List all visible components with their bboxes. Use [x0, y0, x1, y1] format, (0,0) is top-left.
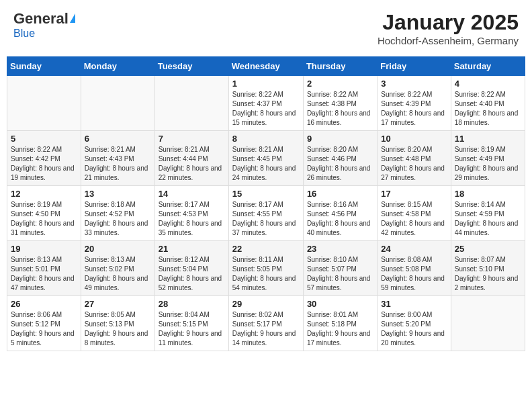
day-info: Sunrise: 8:17 AM Sunset: 4:55 PM Dayligh… — [232, 200, 300, 238]
logo: General Blue — [13, 10, 75, 40]
calendar-cell: 5Sunrise: 8:22 AM Sunset: 4:42 PM Daylig… — [7, 131, 81, 186]
calendar-week-1: 1Sunrise: 8:22 AM Sunset: 4:37 PM Daylig… — [7, 76, 525, 131]
calendar-cell: 2Sunrise: 8:22 AM Sunset: 4:38 PM Daylig… — [303, 76, 377, 131]
day-number: 26 — [11, 299, 77, 309]
weekday-header-friday: Friday — [378, 57, 451, 76]
calendar-cell: 8Sunrise: 8:21 AM Sunset: 4:45 PM Daylig… — [228, 131, 303, 186]
day-info: Sunrise: 8:02 AM Sunset: 5:17 PM Dayligh… — [232, 310, 300, 348]
day-info: Sunrise: 8:10 AM Sunset: 5:07 PM Dayligh… — [307, 255, 373, 293]
calendar-cell — [7, 76, 81, 131]
page-header: General Blue January 2025 Hochdorf-Assen… — [7, 7, 525, 50]
calendar-cell — [81, 76, 154, 131]
day-info: Sunrise: 8:01 AM Sunset: 5:18 PM Dayligh… — [307, 310, 373, 348]
day-number: 27 — [85, 299, 151, 309]
calendar-header-row: SundayMondayTuesdayWednesdayThursdayFrid… — [7, 57, 525, 76]
day-number: 12 — [11, 189, 77, 199]
day-info: Sunrise: 8:14 AM Sunset: 4:59 PM Dayligh… — [455, 200, 521, 238]
day-info: Sunrise: 8:22 AM Sunset: 4:40 PM Dayligh… — [455, 90, 521, 128]
calendar-cell: 21Sunrise: 8:12 AM Sunset: 5:04 PM Dayli… — [154, 241, 228, 296]
calendar-cell: 11Sunrise: 8:19 AM Sunset: 4:49 PM Dayli… — [451, 131, 525, 186]
calendar-cell: 24Sunrise: 8:08 AM Sunset: 5:08 PM Dayli… — [378, 241, 451, 296]
calendar-cell: 18Sunrise: 8:14 AM Sunset: 4:59 PM Dayli… — [451, 186, 525, 241]
calendar-cell: 10Sunrise: 8:20 AM Sunset: 4:48 PM Dayli… — [378, 131, 451, 186]
weekday-header-thursday: Thursday — [303, 57, 377, 76]
calendar-cell: 9Sunrise: 8:20 AM Sunset: 4:46 PM Daylig… — [303, 131, 377, 186]
day-number: 1 — [232, 79, 300, 89]
calendar-cell: 22Sunrise: 8:11 AM Sunset: 5:05 PM Dayli… — [228, 241, 303, 296]
day-number: 30 — [307, 299, 373, 309]
day-info: Sunrise: 8:22 AM Sunset: 4:39 PM Dayligh… — [381, 90, 447, 128]
calendar-cell: 26Sunrise: 8:06 AM Sunset: 5:12 PM Dayli… — [7, 296, 81, 351]
calendar-cell: 23Sunrise: 8:10 AM Sunset: 5:07 PM Dayli… — [303, 241, 377, 296]
day-info: Sunrise: 8:19 AM Sunset: 4:49 PM Dayligh… — [455, 145, 521, 183]
calendar-cell: 14Sunrise: 8:17 AM Sunset: 4:53 PM Dayli… — [154, 186, 228, 241]
day-info: Sunrise: 8:08 AM Sunset: 5:08 PM Dayligh… — [381, 255, 447, 293]
day-number: 13 — [85, 189, 151, 199]
day-info: Sunrise: 8:22 AM Sunset: 4:37 PM Dayligh… — [232, 90, 300, 128]
day-number: 16 — [307, 189, 373, 199]
day-info: Sunrise: 8:05 AM Sunset: 5:13 PM Dayligh… — [85, 310, 151, 348]
calendar-cell: 31Sunrise: 8:00 AM Sunset: 5:20 PM Dayli… — [378, 296, 451, 351]
day-info: Sunrise: 8:13 AM Sunset: 5:01 PM Dayligh… — [11, 255, 77, 293]
day-number: 23 — [307, 244, 373, 254]
day-number: 24 — [381, 244, 447, 254]
day-info: Sunrise: 8:04 AM Sunset: 5:15 PM Dayligh… — [159, 310, 225, 348]
day-number: 15 — [232, 189, 300, 199]
calendar-cell: 30Sunrise: 8:01 AM Sunset: 5:18 PM Dayli… — [303, 296, 377, 351]
logo-icon — [70, 13, 75, 23]
calendar-cell: 4Sunrise: 8:22 AM Sunset: 4:40 PM Daylig… — [451, 76, 525, 131]
weekday-header-monday: Monday — [81, 57, 154, 76]
calendar-week-3: 12Sunrise: 8:19 AM Sunset: 4:50 PM Dayli… — [7, 186, 525, 241]
weekday-header-saturday: Saturday — [451, 57, 525, 76]
day-number: 3 — [381, 79, 447, 89]
day-number: 10 — [381, 134, 447, 144]
weekday-header-sunday: Sunday — [7, 57, 81, 76]
day-info: Sunrise: 8:12 AM Sunset: 5:04 PM Dayligh… — [159, 255, 225, 293]
calendar-week-5: 26Sunrise: 8:06 AM Sunset: 5:12 PM Dayli… — [7, 296, 525, 351]
calendar-week-4: 19Sunrise: 8:13 AM Sunset: 5:01 PM Dayli… — [7, 241, 525, 296]
day-number: 8 — [232, 134, 300, 144]
day-info: Sunrise: 8:20 AM Sunset: 4:46 PM Dayligh… — [307, 145, 373, 183]
calendar-cell: 7Sunrise: 8:21 AM Sunset: 4:44 PM Daylig… — [154, 131, 228, 186]
calendar-cell: 6Sunrise: 8:21 AM Sunset: 4:43 PM Daylig… — [81, 131, 154, 186]
calendar-cell: 19Sunrise: 8:13 AM Sunset: 5:01 PM Dayli… — [7, 241, 81, 296]
day-number: 17 — [381, 189, 447, 199]
calendar-cell — [154, 76, 228, 131]
day-number: 28 — [159, 299, 225, 309]
calendar-week-2: 5Sunrise: 8:22 AM Sunset: 4:42 PM Daylig… — [7, 131, 525, 186]
calendar-table: SundayMondayTuesdayWednesdayThursdayFrid… — [7, 56, 525, 351]
calendar-cell: 16Sunrise: 8:16 AM Sunset: 4:56 PM Dayli… — [303, 186, 377, 241]
day-number: 19 — [11, 244, 77, 254]
day-info: Sunrise: 8:19 AM Sunset: 4:50 PM Dayligh… — [11, 200, 77, 238]
day-info: Sunrise: 8:00 AM Sunset: 5:20 PM Dayligh… — [381, 310, 447, 348]
calendar-cell: 15Sunrise: 8:17 AM Sunset: 4:55 PM Dayli… — [228, 186, 303, 241]
day-number: 14 — [159, 189, 225, 199]
title-area: January 2025 Hochdorf-Assenheim, Germany — [378, 10, 519, 46]
day-number: 5 — [11, 134, 77, 144]
day-info: Sunrise: 8:17 AM Sunset: 4:53 PM Dayligh… — [159, 200, 225, 238]
day-info: Sunrise: 8:11 AM Sunset: 5:05 PM Dayligh… — [232, 255, 300, 293]
calendar-cell: 1Sunrise: 8:22 AM Sunset: 4:37 PM Daylig… — [228, 76, 303, 131]
day-number: 4 — [455, 79, 521, 89]
day-info: Sunrise: 8:21 AM Sunset: 4:45 PM Dayligh… — [232, 145, 300, 183]
day-number: 20 — [85, 244, 151, 254]
day-number: 25 — [455, 244, 521, 254]
calendar-cell: 13Sunrise: 8:18 AM Sunset: 4:52 PM Dayli… — [81, 186, 154, 241]
weekday-header-wednesday: Wednesday — [228, 57, 303, 76]
day-number: 6 — [85, 134, 151, 144]
day-number: 21 — [159, 244, 225, 254]
calendar-cell: 17Sunrise: 8:15 AM Sunset: 4:58 PM Dayli… — [378, 186, 451, 241]
day-info: Sunrise: 8:21 AM Sunset: 4:43 PM Dayligh… — [85, 145, 151, 183]
calendar-cell: 25Sunrise: 8:07 AM Sunset: 5:10 PM Dayli… — [451, 241, 525, 296]
day-info: Sunrise: 8:13 AM Sunset: 5:02 PM Dayligh… — [85, 255, 151, 293]
day-number: 31 — [381, 299, 447, 309]
calendar-cell: 28Sunrise: 8:04 AM Sunset: 5:15 PM Dayli… — [154, 296, 228, 351]
location-text: Hochdorf-Assenheim, Germany — [378, 35, 519, 46]
day-info: Sunrise: 8:18 AM Sunset: 4:52 PM Dayligh… — [85, 200, 151, 238]
day-number: 22 — [232, 244, 300, 254]
day-info: Sunrise: 8:22 AM Sunset: 4:38 PM Dayligh… — [307, 90, 373, 128]
logo-blue-text: Blue — [13, 28, 35, 40]
day-number: 7 — [159, 134, 225, 144]
calendar-cell: 20Sunrise: 8:13 AM Sunset: 5:02 PM Dayli… — [81, 241, 154, 296]
day-number: 9 — [307, 134, 373, 144]
